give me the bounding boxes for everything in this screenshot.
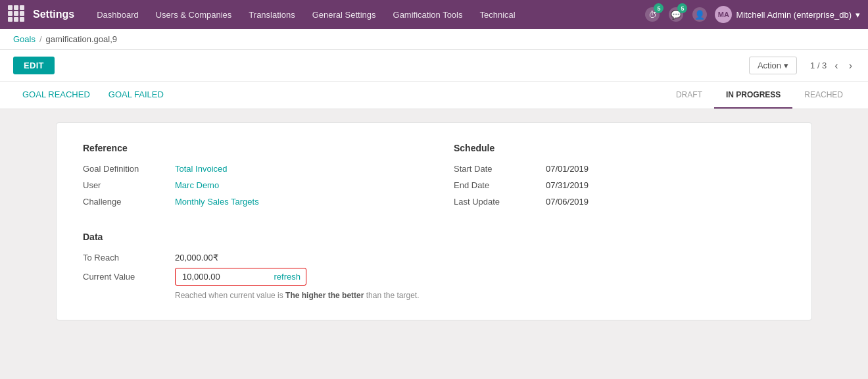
current-value-row: Current Value 10,000.00 refresh xyxy=(83,268,785,286)
refresh-button[interactable]: refresh xyxy=(269,270,306,284)
topbar-right: ⏱ 5 💬 5 👤 MA Mitchell Admin (enterprise_… xyxy=(644,6,860,23)
status-in-progress[interactable]: IN PROGRESS xyxy=(714,82,792,109)
to-reach-label: To Reach xyxy=(83,253,175,263)
end-date-row: End Date 07/31/2019 xyxy=(454,180,785,190)
status-reached[interactable]: REACHED xyxy=(792,82,855,109)
user-value[interactable]: Marc Demo xyxy=(175,180,219,190)
challenge-value[interactable]: Monthly Sales Targets xyxy=(175,197,259,207)
user-label: User xyxy=(83,180,175,190)
message-badge[interactable]: 💬 5 xyxy=(667,6,685,23)
end-date-value: 07/31/2019 xyxy=(546,180,589,190)
schedule-section: Schedule Start Date 07/01/2019 End Date … xyxy=(454,143,785,213)
user-name: Mitchell Admin (enterprise_db) xyxy=(736,10,852,20)
activity-count: 5 xyxy=(654,3,663,13)
breadcrumb: Goals / gamification.goal,9 xyxy=(0,29,868,50)
edit-button[interactable]: EDIT xyxy=(13,57,55,74)
reference-title: Reference xyxy=(83,143,414,153)
action-bar: EDIT Action ▾ 1 / 3 ‹ › xyxy=(0,50,868,82)
activity-badge[interactable]: ⏱ 5 xyxy=(644,6,661,23)
user-row: User Marc Demo xyxy=(83,180,414,190)
action-label: Action xyxy=(758,61,781,70)
goal-failed-button[interactable]: GOAL FAILED xyxy=(99,82,173,109)
challenge-row: Challenge Monthly Sales Targets xyxy=(83,197,414,207)
start-date-row: Start Date 07/01/2019 xyxy=(454,164,785,174)
topbar: Settings Dashboard Users & Companies Tra… xyxy=(0,0,868,29)
pipeline-status: DRAFT IN PROGRESS REACHED xyxy=(664,82,855,109)
pagination: 1 / 3 ‹ › xyxy=(810,59,855,73)
main-content: Reference Goal Definition Total Invoiced… xyxy=(0,109,868,334)
last-update-value: 07/06/2019 xyxy=(546,197,589,207)
record-card: Reference Goal Definition Total Invoiced… xyxy=(56,122,812,320)
data-section-title: Data xyxy=(83,232,785,242)
goal-definition-label: Goal Definition xyxy=(83,164,175,174)
nav-general-settings[interactable]: General Settings xyxy=(306,6,383,24)
hint-prefix: Reached when current value is xyxy=(175,291,285,300)
reference-section: Reference Goal Definition Total Invoiced… xyxy=(83,143,414,213)
user-avatar: MA xyxy=(715,6,732,23)
nav-users-companies[interactable]: Users & Companies xyxy=(149,6,239,24)
toolbar-right: Action ▾ 1 / 3 ‹ › xyxy=(749,57,855,74)
nav-dashboard[interactable]: Dashboard xyxy=(90,6,145,24)
last-update-row: Last Update 07/06/2019 xyxy=(454,197,785,207)
goal-definition-value[interactable]: Total Invoiced xyxy=(175,164,228,174)
start-date-label: Start Date xyxy=(454,164,546,174)
current-value-label: Current Value xyxy=(83,272,175,282)
nav-translations[interactable]: Translations xyxy=(242,6,301,24)
current-value-display: 10,000.00 xyxy=(176,270,269,284)
status-tabs: GOAL REACHED GOAL FAILED DRAFT IN PROGRE… xyxy=(0,82,868,109)
person-icon: 👤 xyxy=(692,7,707,22)
current-value-box: 10,000.00 refresh xyxy=(175,268,306,286)
start-date-value: 07/01/2019 xyxy=(546,164,589,174)
main-nav: Dashboard Users & Companies Translations… xyxy=(90,6,644,24)
schedule-title: Schedule xyxy=(454,143,785,153)
breadcrumb-parent[interactable]: Goals xyxy=(13,34,36,44)
breadcrumb-current: gamification.goal,9 xyxy=(46,34,117,44)
status-draft[interactable]: DRAFT xyxy=(664,82,714,109)
pagination-text: 1 / 3 xyxy=(810,61,827,70)
user-dropdown-arrow: ▾ xyxy=(856,10,860,20)
hint-text: Reached when current value is The higher… xyxy=(83,291,785,300)
user-menu[interactable]: MA Mitchell Admin (enterprise_db) ▾ xyxy=(715,6,860,23)
to-reach-row: To Reach 20,000.00₹ xyxy=(83,253,785,263)
last-update-label: Last Update xyxy=(454,197,546,207)
action-dropdown-button[interactable]: Action ▾ xyxy=(749,57,797,74)
goal-definition-row: Goal Definition Total Invoiced xyxy=(83,164,414,174)
hint-suffix: than the target. xyxy=(364,291,419,300)
nav-gamification-tools[interactable]: Gamification Tools xyxy=(387,6,470,24)
next-button[interactable]: › xyxy=(846,59,855,73)
app-brand: Settings xyxy=(33,9,74,20)
challenge-label: Challenge xyxy=(83,197,175,207)
nav-technical[interactable]: Technical xyxy=(473,6,522,24)
two-column-layout: Reference Goal Definition Total Invoiced… xyxy=(83,143,785,213)
to-reach-value: 20,000.00₹ xyxy=(175,253,218,263)
action-dropdown-arrow: ▾ xyxy=(784,61,788,70)
prev-button[interactable]: ‹ xyxy=(832,59,840,73)
end-date-label: End Date xyxy=(454,180,546,190)
action-buttons: GOAL REACHED GOAL FAILED xyxy=(13,82,173,109)
settings-badge[interactable]: 👤 xyxy=(691,6,708,23)
data-section: Data To Reach 20,000.00₹ Current Value 1… xyxy=(83,232,785,300)
grid-menu-icon[interactable] xyxy=(8,5,26,24)
breadcrumb-separator: / xyxy=(39,34,42,44)
goal-reached-button[interactable]: GOAL REACHED xyxy=(13,82,99,109)
message-count: 5 xyxy=(677,3,687,13)
hint-bold: The higher the better xyxy=(285,291,364,300)
